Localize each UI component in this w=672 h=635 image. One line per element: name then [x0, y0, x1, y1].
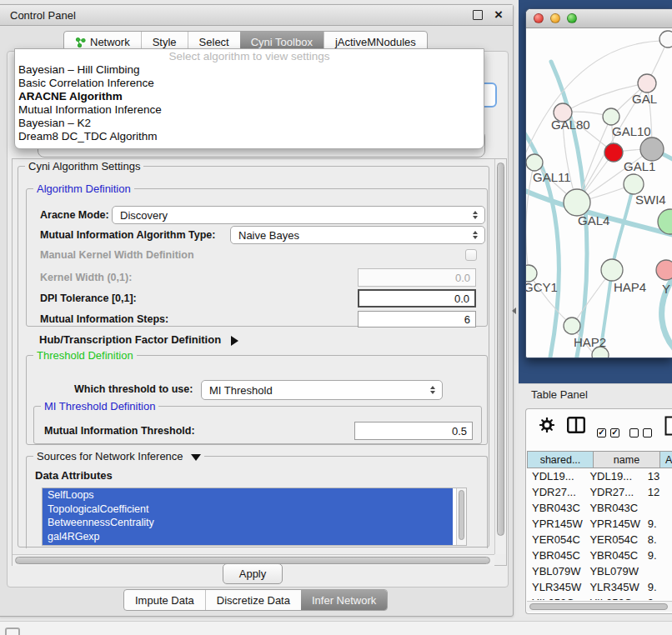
list-item[interactable]: gal4RGexp — [43, 530, 453, 544]
node-gal4[interactable] — [564, 189, 590, 216]
screen: Control Panel × Network Style Select Cyn… — [0, 0, 672, 635]
dropdown-item-highlighted[interactable]: ARACNE Algorithm — [15, 90, 484, 103]
node-gal1-selected[interactable] — [604, 143, 623, 162]
algorithm-definition-group: Algorithm Definition Aracne Mode: Discov… — [26, 188, 488, 327]
table-row[interactable]: YDL19...YDL19...13 — [527, 468, 672, 484]
table-row[interactable]: YBR045CYBR045C9. — [527, 548, 672, 563]
mi-steps-label: Mutual Information Steps: — [40, 313, 168, 325]
expand-right-icon — [231, 336, 238, 346]
split-columns-icon[interactable] — [567, 417, 585, 433]
node-gal-cut[interactable] — [638, 74, 656, 92]
tab-network-label: Network — [90, 36, 130, 48]
table-header-row: shared... name A — [527, 451, 672, 468]
minimize-traffic-light-icon[interactable] — [550, 13, 560, 23]
hub-tf-definition-toggle[interactable]: Hub/Transcription Factor Definition — [39, 333, 238, 346]
tab-infer-network[interactable]: Infer Network — [301, 590, 387, 610]
node-hap4[interactable] — [601, 259, 623, 281]
node-label: GAL1 — [624, 159, 655, 173]
table-row[interactable]: YPR145WYPR145W9. — [527, 516, 672, 532]
dropdown-item[interactable]: Bayesian – Hill Climbing — [15, 63, 484, 77]
tab-impute-data[interactable]: Impute Data — [124, 590, 205, 610]
combo-spinner-icon — [473, 231, 478, 239]
close-traffic-light-icon[interactable] — [534, 13, 544, 23]
table-panel-title: Table Panel — [531, 388, 588, 401]
data-attributes-label: Data Attributes — [35, 469, 113, 482]
mi-threshold-field[interactable]: 0.5 — [354, 422, 473, 440]
threshold-definition-group: Threshold Definition Which threshold to … — [26, 355, 488, 445]
control-panel-title: Control Panel — [10, 9, 76, 22]
network-node-labels: GAL GAL80 GAL10 GAL1 GAL11 SWI4 GAL4 GCY… — [526, 92, 670, 349]
node[interactable] — [659, 31, 672, 48]
table-panel-window: ✓✓ shared... name A YDL19...YDL19...13 Y… — [525, 408, 672, 614]
dropdown-item[interactable]: Bayesian – K2 — [15, 117, 484, 130]
node-hap2[interactable] — [564, 318, 580, 334]
table-row[interactable]: YLR345WYLR345W9. — [527, 579, 672, 595]
node-label: GAL80 — [551, 118, 590, 132]
kernel-width-label: Kernel Width (0,1): — [40, 272, 132, 283]
dropdown-item[interactable]: Mutual Information Inference — [15, 103, 484, 117]
node-gcy1[interactable] — [526, 265, 537, 282]
table-row[interactable]: YIL052CYIL052C9 — [527, 595, 672, 600]
float-window-icon[interactable] — [473, 10, 483, 20]
minimized-panel-icon[interactable] — [5, 628, 20, 635]
apply-button[interactable]: Apply — [223, 563, 283, 584]
dpi-tolerance-label: DPI Tolerance [0,1]: — [40, 292, 137, 304]
list-item[interactable]: SelfLoops — [43, 488, 453, 502]
column-header-shared-name[interactable]: shared... — [527, 451, 594, 468]
document-icon[interactable] — [664, 416, 672, 436]
list-item[interactable]: TopologicalCoefficient — [43, 502, 453, 517]
which-threshold-combo[interactable]: MI Threshold — [201, 380, 443, 400]
manual-kernel-width-checkbox[interactable] — [465, 249, 477, 261]
settings-vertical-scrollbar[interactable] — [494, 159, 506, 554]
list-scrollbar[interactable] — [456, 488, 466, 545]
dropdown-item[interactable]: Dream8 DC_TDC Algorithm — [15, 130, 484, 143]
network-canvas[interactable]: GAL GAL80 GAL10 GAL1 GAL11 SWI4 GAL4 GCY… — [526, 28, 672, 358]
network-graph: GAL GAL80 GAL10 GAL1 GAL11 SWI4 GAL4 GCY… — [526, 28, 672, 358]
aracne-mode-combo[interactable]: Discovery — [112, 206, 485, 224]
close-window-icon[interactable]: × — [494, 11, 503, 19]
table-body[interactable]: YDL19...YDL19...13 YDR27...YDR27...12 YB… — [527, 468, 672, 600]
node-salmon[interactable] — [656, 260, 672, 280]
column-header-clipped[interactable]: A — [660, 451, 672, 468]
node-label: HAP4 — [614, 280, 646, 294]
mi-type-combo[interactable]: Naive Bayes — [230, 226, 485, 244]
node-label: HAP2 — [574, 335, 606, 349]
network-view-window: GAL GAL80 GAL10 GAL1 GAL11 SWI4 GAL4 GCY… — [525, 8, 672, 358]
table-row[interactable]: YBL079WYBL079W — [527, 563, 672, 579]
list-item[interactable]: BetweennessCentrality — [43, 516, 453, 530]
node-label: GCY1 — [526, 280, 558, 294]
node-gal11[interactable] — [526, 154, 543, 171]
aracne-mode-label: Aracne Mode: — [40, 209, 109, 221]
mi-threshold-group: MI Threshold Definition Mutual Informati… — [33, 406, 482, 444]
panel-divider-handle[interactable] — [512, 308, 516, 314]
tab-discretize-data[interactable]: Discretize Data — [205, 590, 301, 610]
sources-group: Sources for Network Inference Data Attri… — [26, 456, 488, 548]
node-gray[interactable] — [640, 138, 664, 161]
mi-threshold-group-title: MI Threshold Definition — [41, 400, 158, 412]
control-panel-titlebar: Control Panel × — [0, 5, 513, 26]
mi-steps-field[interactable]: 6 — [358, 311, 476, 328]
combo-spinner-icon — [473, 211, 478, 219]
table-row[interactable]: YER054CYER054C8. — [527, 532, 672, 548]
table-row[interactable]: YDR27...YDR27...12 — [527, 484, 672, 500]
select-all-columns-icon[interactable]: ✓✓ — [597, 428, 619, 438]
column-header-name[interactable]: name — [594, 451, 660, 468]
data-attributes-list[interactable]: SelfLoops TopologicalCoefficient Between… — [42, 488, 467, 546]
table-settings-gear-icon[interactable] — [539, 418, 554, 432]
zoom-traffic-light-icon[interactable] — [567, 13, 577, 23]
deselect-all-columns-icon[interactable] — [629, 428, 652, 438]
cyni-algorithm-settings-title: Cyni Algorithm Settings — [25, 160, 143, 172]
node-swi4[interactable] — [624, 174, 644, 194]
which-threshold-label: Which threshold to use: — [74, 383, 193, 395]
settings-scroll-area: Cyni Algorithm Settings Algorithm Defini… — [12, 158, 507, 566]
dpi-tolerance-field[interactable]: 0.0 — [358, 289, 476, 308]
bottom-strip — [0, 621, 672, 635]
table-row[interactable]: YBR043CYBR043C — [527, 500, 672, 516]
node-gal10[interactable] — [603, 108, 619, 125]
node-label: GAL11 — [533, 170, 571, 184]
sources-title[interactable]: Sources for Network Inference — [33, 450, 204, 462]
dropdown-item[interactable]: Basic Correlation Inference — [15, 77, 484, 90]
table-horizontal-scrollbar[interactable] — [527, 601, 672, 612]
algorithm-dropdown-list: Select algorithm to view settings Bayesi… — [14, 48, 484, 149]
network-window-titlebar — [526, 9, 672, 28]
